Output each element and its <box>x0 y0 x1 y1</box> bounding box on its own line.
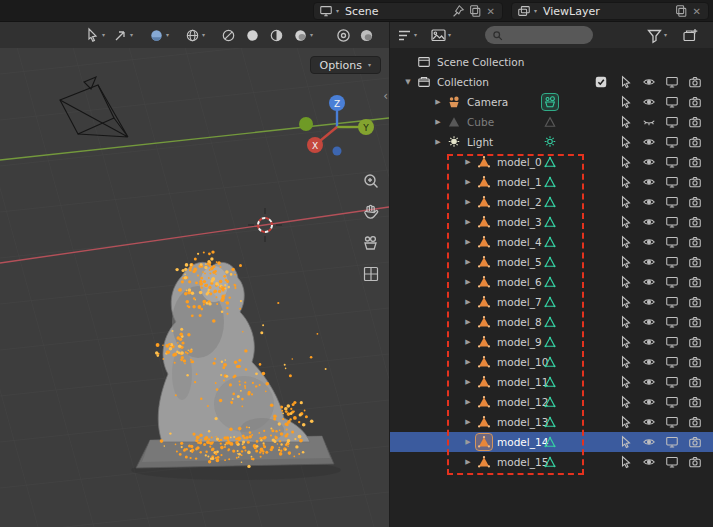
expander-icon[interactable]: ▶ <box>460 358 476 366</box>
outliner-row-model-1[interactable]: ▶model_1 <box>390 172 713 192</box>
outliner-row-model-0[interactable]: ▶model_0 <box>390 152 713 172</box>
disable-viewport-icon[interactable] <box>664 434 680 450</box>
expander-icon[interactable]: ▶ <box>460 378 476 386</box>
disable-render-icon[interactable] <box>687 374 703 390</box>
hide-eye-icon[interactable] <box>641 454 657 470</box>
close-icon[interactable]: ✕ <box>485 6 497 17</box>
outliner-row-model-3[interactable]: ▶model_3 <box>390 212 713 232</box>
disable-render-icon[interactable] <box>687 74 703 90</box>
expander-icon[interactable]: ▶ <box>430 118 446 126</box>
hide-eye-icon[interactable] <box>641 74 657 90</box>
select-toggle-icon[interactable] <box>618 214 634 230</box>
viewlayer-name[interactable]: ViewLayer <box>540 5 671 18</box>
outliner-row-model-12[interactable]: ▶model_12 <box>390 392 713 412</box>
disable-render-icon[interactable] <box>687 354 703 370</box>
disable-render-icon[interactable] <box>687 294 703 310</box>
disable-render-icon[interactable] <box>687 114 703 130</box>
disable-viewport-icon[interactable] <box>664 354 680 370</box>
3d-viewport[interactable]: Z Y X ▾ ▾ ▾ ▾ <box>0 22 389 527</box>
outliner-row-model-8[interactable]: ▶model_8 <box>390 312 713 332</box>
expander-icon[interactable]: ▼ <box>400 78 416 86</box>
expander-icon[interactable]: ▶ <box>460 238 476 246</box>
new-collection-button[interactable] <box>682 25 699 45</box>
outliner-row-model-10[interactable]: ▶model_10 <box>390 352 713 372</box>
disable-viewport-icon[interactable] <box>664 374 680 390</box>
transform-gizmo-dropdown[interactable]: ▾ <box>110 25 135 45</box>
disable-viewport-icon[interactable] <box>664 274 680 290</box>
select-toggle-icon[interactable] <box>618 414 634 430</box>
outliner-row-camera[interactable]: ▶Camera <box>390 92 713 112</box>
outliner-search[interactable] <box>485 26 593 44</box>
expander-icon[interactable]: ▶ <box>460 418 476 426</box>
select-toggle-icon[interactable] <box>618 114 634 130</box>
disable-render-icon[interactable] <box>687 214 703 230</box>
expander-icon[interactable]: ▶ <box>460 258 476 266</box>
shading-wireframe-button[interactable] <box>218 25 239 45</box>
chevron-down-icon[interactable]: ▾ <box>336 8 339 14</box>
outliner-row-model-9[interactable]: ▶model_9 <box>390 332 713 352</box>
zoom-icon[interactable] <box>362 172 380 190</box>
disable-viewport-icon[interactable] <box>664 74 680 90</box>
disable-viewport-icon[interactable] <box>664 314 680 330</box>
disable-viewport-icon[interactable] <box>664 294 680 310</box>
outliner-row-model-6[interactable]: ▶model_6 <box>390 272 713 292</box>
expander-icon[interactable]: ▶ <box>460 298 476 306</box>
select-toggle-icon[interactable] <box>618 154 634 170</box>
hide-eye-icon[interactable] <box>641 234 657 250</box>
scene-selector[interactable]: ▾ Scene ✕ <box>313 2 503 20</box>
hide-eye-icon[interactable] <box>641 174 657 190</box>
id-type-filter-dropdown[interactable]: ▾ <box>430 25 451 45</box>
outliner-row-model-11[interactable]: ▶model_11 <box>390 372 713 392</box>
select-toggle-icon[interactable] <box>618 234 634 250</box>
select-toggle-icon[interactable] <box>618 174 634 190</box>
hide-eye-icon[interactable] <box>641 134 657 150</box>
viewport-canvas[interactable]: Z Y X <box>0 22 389 527</box>
hide-eye-icon[interactable] <box>641 314 657 330</box>
outliner-row-model-14[interactable]: ▶model_14 <box>390 432 713 452</box>
select-toggle-icon[interactable] <box>618 434 634 450</box>
filter-dropdown[interactable]: ▾ <box>646 25 667 45</box>
disable-render-icon[interactable] <box>687 394 703 410</box>
outliner-row-cube[interactable]: ▶Cube <box>390 112 713 132</box>
select-toggle-icon[interactable] <box>618 374 634 390</box>
disable-viewport-icon[interactable] <box>664 114 680 130</box>
disable-viewport-icon[interactable] <box>664 194 680 210</box>
chevron-down-icon[interactable]: ▾ <box>534 8 537 14</box>
hide-eye-icon[interactable] <box>641 154 657 170</box>
select-toggle-icon[interactable] <box>618 394 634 410</box>
expander-icon[interactable]: ▶ <box>460 318 476 326</box>
disable-render-icon[interactable] <box>687 94 703 110</box>
disable-viewport-icon[interactable] <box>664 174 680 190</box>
hide-eye-icon[interactable] <box>641 394 657 410</box>
expander-icon[interactable]: ▶ <box>460 338 476 346</box>
outliner-row-light[interactable]: ▶Light <box>390 132 713 152</box>
disable-render-icon[interactable] <box>687 454 703 470</box>
outliner-row-model-15[interactable]: ▶model_15 <box>390 452 713 472</box>
expander-icon[interactable]: ▶ <box>430 138 446 146</box>
select-toggle-icon[interactable] <box>618 314 634 330</box>
select-toggle-icon[interactable] <box>618 74 634 90</box>
disable-render-icon[interactable] <box>687 274 703 290</box>
close-icon[interactable]: ✕ <box>691 6 703 17</box>
disable-render-icon[interactable] <box>687 334 703 350</box>
pan-hand-icon[interactable] <box>362 203 380 221</box>
disable-render-icon[interactable] <box>687 154 703 170</box>
outliner-row-model-13[interactable]: ▶model_13 <box>390 412 713 432</box>
collection-checkbox[interactable] <box>593 74 609 90</box>
disable-viewport-icon[interactable] <box>664 394 680 410</box>
hide-eye-icon[interactable] <box>641 94 657 110</box>
expander-icon[interactable]: ▶ <box>460 198 476 206</box>
disable-viewport-icon[interactable] <box>664 334 680 350</box>
navigation-gizmo[interactable]: Z Y X <box>299 95 374 156</box>
gizmo-neg-y-ball[interactable] <box>299 117 313 131</box>
shading-rendered-dropdown[interactable]: ▾ <box>290 25 315 45</box>
disable-viewport-icon[interactable] <box>664 454 680 470</box>
outliner-row-scene-collection[interactable]: Scene Collection <box>390 52 713 72</box>
hide-eye-icon[interactable] <box>641 374 657 390</box>
hide-eye-icon[interactable] <box>641 334 657 350</box>
overlays-dropdown[interactable]: ▾ <box>182 25 207 45</box>
select-toggle-icon[interactable] <box>618 334 634 350</box>
hide-eye-icon[interactable] <box>641 114 657 130</box>
shading-sphere-dropdown[interactable]: ▾ <box>146 25 171 45</box>
disable-render-icon[interactable] <box>687 254 703 270</box>
